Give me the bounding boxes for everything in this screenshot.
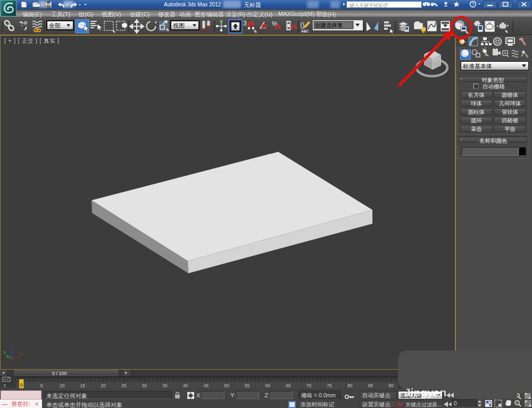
svg-text:45: 45 bbox=[203, 383, 209, 388]
svg-text:全部: 全部 bbox=[49, 22, 61, 29]
svg-text:75: 75 bbox=[327, 383, 332, 388]
svg-text:3: 3 bbox=[243, 20, 247, 27]
svg-text:35: 35 bbox=[162, 383, 168, 388]
svg-text:65: 65 bbox=[286, 383, 291, 388]
svg-text:x: x bbox=[20, 352, 23, 356]
svg-text:25: 25 bbox=[121, 383, 127, 388]
svg-text:55: 55 bbox=[245, 383, 250, 388]
svg-text:z: z bbox=[11, 344, 13, 349]
svg-text:20: 20 bbox=[101, 383, 106, 388]
svg-text:0 / 100: 0 / 100 bbox=[52, 371, 67, 376]
svg-text:15: 15 bbox=[80, 383, 86, 388]
svg-text:40: 40 bbox=[183, 383, 188, 388]
svg-text:10: 10 bbox=[60, 383, 65, 388]
svg-text:?: ? bbox=[472, 2, 475, 7]
svg-text:y: y bbox=[4, 349, 6, 354]
svg-text:85: 85 bbox=[368, 383, 373, 388]
svg-text:90: 90 bbox=[388, 383, 394, 388]
svg-text:视图: 视图 bbox=[173, 22, 185, 29]
svg-text:60: 60 bbox=[265, 383, 270, 388]
svg-text:ABC: ABC bbox=[301, 29, 309, 33]
svg-text:80: 80 bbox=[347, 383, 353, 388]
svg-text:50: 50 bbox=[224, 383, 229, 388]
svg-text:30: 30 bbox=[142, 383, 147, 388]
svg-text:5: 5 bbox=[40, 383, 43, 388]
svg-text:70: 70 bbox=[306, 383, 312, 388]
svg-text:0: 0 bbox=[20, 382, 23, 388]
svg-text:创建选择集: 创建选择集 bbox=[315, 22, 343, 28]
